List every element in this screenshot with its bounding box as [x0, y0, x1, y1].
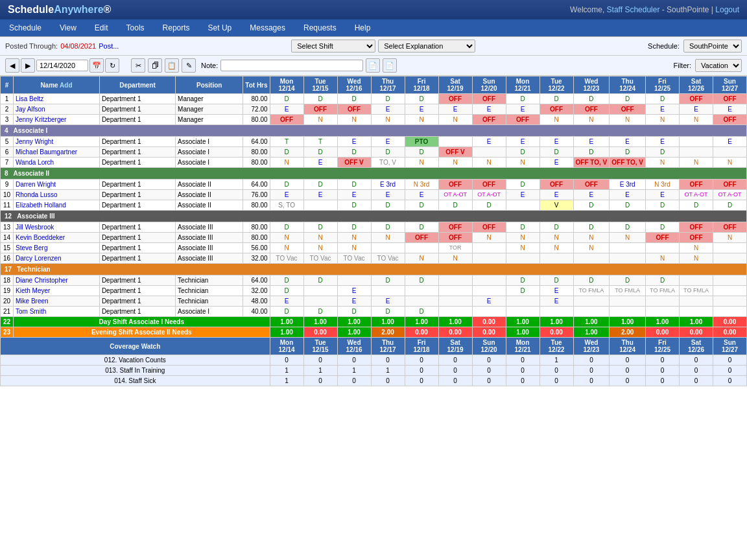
nav-edit[interactable]: Edit: [86, 19, 117, 36]
employee-name-link[interactable]: Michael Baumgartner: [16, 148, 77, 156]
day-cell[interactable]: D: [540, 147, 573, 158]
day-cell[interactable]: D: [405, 222, 438, 233]
day-cell[interactable]: D: [270, 307, 303, 317]
day-cell[interactable]: E: [472, 137, 506, 147]
employee-name-link[interactable]: Darren Wright: [16, 181, 56, 188]
day-cell[interactable]: T: [303, 137, 337, 147]
day-cell[interactable]: D: [573, 200, 610, 211]
day-cell[interactable]: N: [472, 158, 506, 168]
schedule-select[interactable]: SouthPointe: [683, 40, 742, 52]
day-cell[interactable]: N: [270, 233, 303, 243]
day-cell[interactable]: OFF: [303, 104, 337, 115]
day-cell[interactable]: [573, 296, 610, 307]
row-name[interactable]: Michael Baumgartner: [14, 147, 100, 158]
day-cell[interactable]: D: [506, 286, 540, 296]
note-icon1[interactable]: 📄: [366, 58, 380, 73]
day-cell[interactable]: D: [540, 222, 573, 233]
day-cell[interactable]: E: [540, 137, 573, 147]
day-cell[interactable]: E: [405, 104, 438, 115]
row-name[interactable]: Kevin Boeddeker: [14, 233, 100, 243]
day-cell[interactable]: OFF V: [337, 158, 371, 168]
day-cell[interactable]: [646, 243, 680, 253]
note-icon2[interactable]: 📄: [383, 58, 397, 73]
day-cell[interactable]: N 3rd: [405, 180, 438, 190]
day-cell[interactable]: PTO: [405, 137, 438, 147]
employee-name-link[interactable]: Steve Berg: [16, 244, 47, 251]
day-cell[interactable]: OFF: [646, 233, 680, 243]
row-name[interactable]: Jenny Wright: [14, 137, 100, 147]
day-cell[interactable]: [713, 253, 747, 264]
day-cell[interactable]: D: [371, 200, 405, 211]
date-input[interactable]: [36, 60, 88, 71]
day-cell[interactable]: E: [438, 104, 472, 115]
day-cell[interactable]: N: [540, 115, 573, 125]
day-cell[interactable]: [506, 253, 540, 264]
day-cell[interactable]: [713, 286, 747, 296]
day-cell[interactable]: D: [303, 147, 337, 158]
day-cell[interactable]: E: [270, 296, 303, 307]
day-cell[interactable]: N: [405, 158, 438, 168]
day-cell[interactable]: D: [371, 222, 405, 233]
day-cell[interactable]: [371, 286, 405, 296]
day-cell[interactable]: OFF: [680, 94, 713, 104]
day-cell[interactable]: S, TO: [270, 200, 303, 211]
day-cell[interactable]: E: [270, 190, 303, 200]
day-cell[interactable]: N: [472, 233, 506, 243]
day-cell[interactable]: [713, 307, 747, 317]
day-cell[interactable]: TO FMLA: [680, 286, 713, 296]
refresh-btn[interactable]: ↻: [105, 58, 119, 73]
day-cell[interactable]: OFF: [680, 180, 713, 190]
nav-schedule[interactable]: Schedule: [0, 19, 51, 36]
day-cell[interactable]: D: [270, 180, 303, 190]
day-cell[interactable]: D: [713, 200, 747, 211]
day-cell[interactable]: T: [270, 137, 303, 147]
day-cell[interactable]: OFF: [405, 233, 438, 243]
day-cell[interactable]: OFF: [713, 180, 747, 190]
day-cell[interactable]: [303, 296, 337, 307]
day-cell[interactable]: D: [270, 147, 303, 158]
day-cell[interactable]: OFF: [438, 222, 472, 233]
day-cell[interactable]: D: [337, 180, 371, 190]
day-cell[interactable]: N: [713, 233, 747, 243]
day-cell[interactable]: E: [540, 158, 573, 168]
day-cell[interactable]: D: [573, 94, 610, 104]
day-cell[interactable]: OT A-OT: [472, 190, 506, 200]
day-cell[interactable]: N: [371, 115, 405, 125]
day-cell[interactable]: OFF: [506, 115, 540, 125]
employee-name-link[interactable]: Darcy Lorenzen: [16, 255, 62, 262]
day-cell[interactable]: TO Vac: [270, 253, 303, 264]
day-cell[interactable]: D: [303, 180, 337, 190]
day-cell[interactable]: [540, 307, 573, 317]
day-cell[interactable]: D: [646, 94, 680, 104]
day-cell[interactable]: D: [270, 94, 303, 104]
day-cell[interactable]: D: [506, 222, 540, 233]
day-cell[interactable]: OFF: [713, 222, 747, 233]
nav-reports[interactable]: Reports: [154, 19, 199, 36]
day-cell[interactable]: E: [472, 296, 506, 307]
employee-name-link[interactable]: Diane Christopher: [16, 277, 68, 284]
row-name[interactable]: Elizabeth Holland: [14, 200, 100, 211]
day-cell[interactable]: E: [646, 190, 680, 200]
day-cell[interactable]: [610, 296, 646, 307]
shift-select[interactable]: Select Shift: [291, 40, 375, 52]
nav-help[interactable]: Help: [346, 19, 380, 36]
day-cell[interactable]: N: [405, 115, 438, 125]
day-cell[interactable]: N: [371, 233, 405, 243]
day-cell[interactable]: D: [646, 275, 680, 286]
day-cell[interactable]: OFF: [573, 104, 610, 115]
day-cell[interactable]: [405, 286, 438, 296]
day-cell[interactable]: [472, 147, 506, 158]
day-cell[interactable]: D: [438, 200, 472, 211]
day-cell[interactable]: [680, 147, 713, 158]
day-cell[interactable]: [337, 275, 371, 286]
day-cell[interactable]: D: [646, 200, 680, 211]
row-name[interactable]: Darren Wright: [14, 180, 100, 190]
day-cell[interactable]: OFF: [472, 222, 506, 233]
day-cell[interactable]: TO Vac: [303, 253, 337, 264]
day-cell[interactable]: [573, 253, 610, 264]
day-cell[interactable]: [713, 275, 747, 286]
day-cell[interactable]: E: [573, 137, 610, 147]
row-name[interactable]: Rhonda Lusso: [14, 190, 100, 200]
day-cell[interactable]: D: [303, 222, 337, 233]
day-cell[interactable]: OFF: [472, 94, 506, 104]
